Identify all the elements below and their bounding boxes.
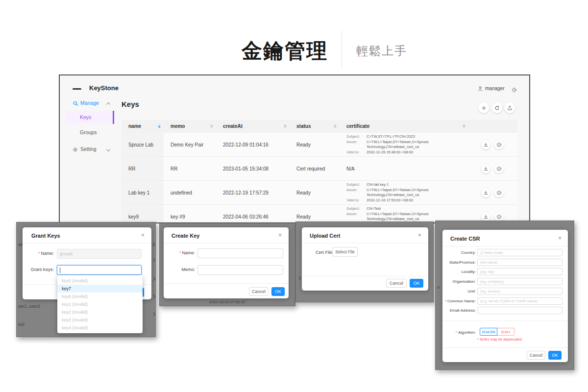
required-asterisk: * [445, 299, 446, 303]
column-header-createAt[interactable]: createAt [216, 120, 290, 133]
download-button[interactable] [481, 188, 490, 197]
field-input-2[interactable] [477, 259, 563, 266]
table-header: namememocreateAtstatuscertificate [122, 120, 517, 133]
modal-title: Create CSR [450, 236, 480, 242]
export-button[interactable] [504, 102, 515, 113]
field-label-text: Email Address: [450, 308, 476, 313]
dropdown-option[interactable]: key7 [57, 285, 143, 293]
select-file-button[interactable]: Select File [332, 247, 358, 257]
background-fragment: o [437, 285, 440, 290]
cancel-button[interactable]: Cancel [249, 287, 269, 296]
close-icon[interactable]: × [141, 232, 145, 238]
dropdown-option[interactable]: key1 (invalid) [57, 300, 143, 308]
cell-actions [468, 181, 517, 204]
dropdown-option[interactable]: key4 (invalid) [57, 324, 143, 332]
background-chevron [151, 258, 155, 262]
algorithm-option-sha256[interactable]: SHA256 [480, 328, 497, 336]
collapse-menu-icon[interactable] [73, 88, 81, 90]
cert-field-label: Issuer: [346, 140, 365, 150]
sidebar-item-keys-label[interactable]: Keys [80, 114, 91, 120]
dropdown-option[interactable]: key2 (invalid) [57, 308, 143, 316]
sidebar-item-setting[interactable]: Setting [80, 146, 97, 152]
text-caret [60, 268, 60, 273]
sidebar-item-manage[interactable]: Manage [80, 100, 99, 106]
download-button[interactable] [481, 140, 490, 149]
field-label-text: Common Name: [447, 299, 476, 303]
table-row[interactable]: RRRR2023-01-05 15:34:08Cert requiredN/A [122, 157, 517, 181]
algorithm-option-sha1[interactable]: SHA1 [497, 328, 514, 336]
cell-certificate: Subject:C=TW,ST=TP,L=TP,CN=2023Issuer:C=… [340, 133, 468, 156]
search-icon [73, 99, 78, 108]
column-header-memo[interactable]: memo [164, 120, 216, 133]
background-fragment: er2 [18, 322, 24, 327]
close-icon[interactable]: × [558, 235, 562, 241]
download-button[interactable] [481, 164, 490, 173]
modal-title: Upload Cert [310, 233, 340, 239]
certificate-details: Subject:C=TW,ST=TP,L=TP,CN=2023Issuer:C=… [346, 134, 466, 155]
sort-icon[interactable] [463, 124, 466, 128]
close-icon[interactable]: × [278, 232, 282, 238]
required-asterisk: * [456, 330, 457, 335]
field-label-text: Unit: [468, 289, 476, 294]
logout-icon[interactable] [512, 86, 517, 95]
app-name: KeyStone [89, 84, 119, 92]
reload-button[interactable] [491, 102, 502, 113]
ok-button[interactable]: OK [410, 279, 423, 288]
cell-status: Cert required [290, 157, 340, 180]
download-button[interactable] [481, 212, 490, 221]
close-icon[interactable]: × [418, 232, 421, 238]
field-input-1[interactable] [477, 249, 563, 256]
field-label: State/Province: [442, 260, 476, 265]
sort-icon[interactable] [284, 124, 287, 128]
sort-icon[interactable] [210, 124, 213, 128]
sha1-deprecated-note: * SHA1 may be deprecated [477, 337, 522, 342]
column-label: status [296, 123, 311, 129]
sort-icon[interactable] [334, 124, 337, 128]
chevron-down-icon [106, 147, 110, 151]
table-row[interactable]: Spruce LabDemo Key Pair2022-12-09 01:04:… [122, 133, 517, 157]
dropdown-option[interactable]: key3 (invalid) [57, 316, 143, 324]
verify-button[interactable] [494, 164, 504, 173]
cancel-button[interactable]: Cancel [386, 279, 407, 288]
field-input-5[interactable] [477, 288, 563, 295]
required-asterisk: * [179, 250, 181, 255]
sidebar-item-groups[interactable]: Groups [80, 129, 97, 135]
dropdown-option[interactable]: key5 (invalid) [57, 277, 143, 285]
column-label: name [128, 123, 141, 129]
field-input-6[interactable] [477, 297, 563, 305]
verify-button[interactable] [494, 188, 504, 197]
modal-title: Create Key [172, 233, 199, 239]
add-button[interactable] [478, 102, 489, 113]
grant-keys-card: ser: S ser1, user2 er2 Grant Keys × *Nam… [16, 222, 156, 337]
create-key-card: 2022-03-03 07:50:37 Create Key × *Name: … [159, 223, 295, 306]
modal-title: Grant Keys [31, 233, 60, 239]
field-input-3[interactable] [477, 268, 563, 275]
user-icon [477, 85, 483, 94]
cancel-button[interactable]: Cancel [527, 351, 545, 360]
cell-createAt: 2023-01-05 15:34:08 [216, 157, 290, 180]
verify-button[interactable] [494, 212, 504, 221]
dropdown-option[interactable]: key6 (invalid) [57, 293, 143, 300]
ok-button[interactable]: OK [548, 351, 562, 360]
memo-field[interactable] [197, 265, 283, 275]
cert-field-value: CN=Test [367, 206, 466, 212]
ok-button[interactable]: OK [271, 287, 285, 296]
sort-icon[interactable] [158, 124, 161, 128]
cert-field-label: Subject: [346, 206, 365, 212]
column-header-certificate[interactable]: certificate [340, 120, 468, 133]
field-input-7[interactable] [477, 307, 563, 314]
column-header-name[interactable]: name [122, 120, 164, 133]
name-label: *Name: [164, 250, 195, 255]
field-input-4[interactable] [477, 278, 563, 285]
grant-keys-field[interactable] [57, 265, 142, 275]
column-header-status[interactable]: status [290, 120, 340, 133]
cell-name: Spruce Lab [122, 133, 164, 156]
column-label: memo [171, 123, 185, 129]
cert-field-value: C=TW,L=Taipei,ST=Taiwan,O=Spruce Technol… [367, 140, 466, 150]
cell-createAt: 2022-12-09 01:04:16 [216, 133, 290, 156]
name-field[interactable] [197, 248, 283, 258]
table-row[interactable]: Lab key 1undefined2022-12-19 17:57:29Rea… [122, 181, 517, 205]
background-fragment: ser1, user2 [18, 304, 40, 309]
cell-memo: Demo Key Pair [164, 133, 216, 156]
verify-button[interactable] [494, 140, 504, 149]
